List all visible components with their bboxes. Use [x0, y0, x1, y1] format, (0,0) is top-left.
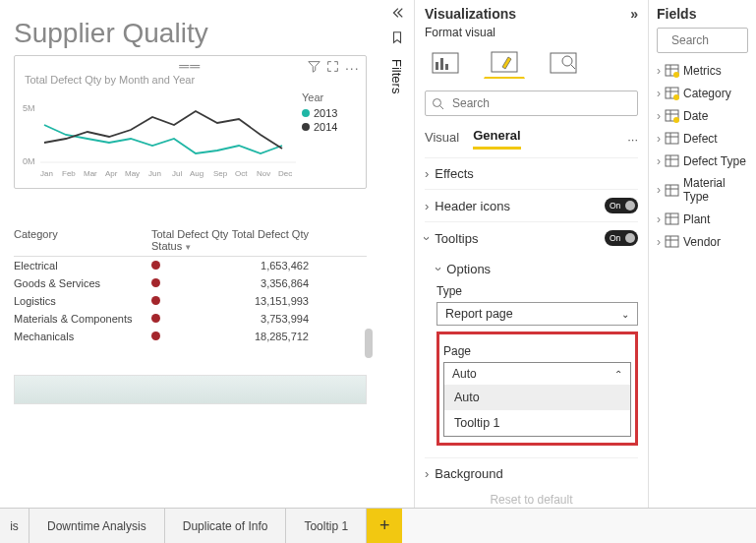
sheet-tab-truncated[interactable]: is	[0, 509, 29, 543]
header-icons-toggle[interactable]	[605, 198, 638, 213]
cell-category: Mechanicals	[14, 331, 151, 342]
svg-text:Jul: Jul	[172, 169, 182, 178]
sheet-tab-tooltip1[interactable]: Tooltip 1	[286, 509, 367, 543]
table-icon	[665, 183, 679, 198]
chevron-right-icon: ›	[657, 109, 661, 123]
sheet-tab-downtime[interactable]: Downtime Analysis	[29, 509, 165, 543]
svg-line-24	[439, 105, 443, 109]
field-table-label: Date	[683, 109, 708, 123]
field-table-plant[interactable]: › Plant	[657, 208, 748, 230]
table-row[interactable]: Electrical 1,653,462	[14, 257, 367, 274]
type-label: Type	[436, 284, 638, 298]
category-table[interactable]: Category Total Defect Qty Status▼ Total …	[14, 228, 367, 345]
section-header-icons[interactable]: ›Header icons	[425, 189, 638, 221]
page-option-tooltip1[interactable]: Tooltip 1	[444, 410, 630, 436]
section-effects[interactable]: ›Effects	[425, 157, 638, 189]
svg-rect-42	[666, 155, 678, 166]
fields-search-input[interactable]	[669, 32, 756, 48]
field-table-vendor[interactable]: › Vendor	[657, 230, 748, 253]
type-select[interactable]: Report page ⌄	[436, 302, 638, 326]
reset-to-default[interactable]: Reset to default	[425, 493, 638, 507]
cell-category: Materials & Components	[14, 313, 151, 325]
field-table-metrics[interactable]: › Metrics	[657, 59, 748, 82]
svg-text:Sep: Sep	[213, 169, 228, 178]
field-table-label: Category	[683, 87, 731, 100]
map-visual[interactable]	[14, 375, 367, 404]
chevron-right-icon: ›	[657, 87, 661, 100]
chevron-right-icon: ›	[657, 183, 661, 197]
collapse-filters-icon[interactable]	[390, 6, 404, 23]
cell-status	[151, 260, 230, 272]
highlighted-page-dropdown: Page Auto ⌃ Auto Tooltip 1	[436, 332, 638, 446]
cell-category: Goods & Services	[14, 277, 151, 289]
table-icon	[665, 63, 679, 78]
page-select[interactable]: Auto ⌃ Auto Tooltip 1	[443, 362, 631, 437]
add-sheet-button[interactable]: +	[367, 509, 402, 543]
fields-search[interactable]	[657, 28, 748, 53]
column-header-category[interactable]: Category	[14, 228, 151, 252]
svg-text:5M: 5M	[23, 103, 35, 113]
field-table-material-type[interactable]: › Material Type	[657, 172, 748, 208]
field-table-label: Defect	[683, 132, 718, 146]
svg-rect-39	[666, 133, 678, 144]
field-table-date[interactable]: › Date	[657, 104, 748, 127]
table-row[interactable]: Materials & Components 3,753,994	[14, 310, 367, 328]
build-visual-icon[interactable]	[425, 47, 466, 79]
chevron-right-icon: ›	[657, 235, 661, 249]
section-tooltips[interactable]: ›Tooltips	[425, 221, 638, 254]
cell-qty: 3,356,864	[230, 277, 309, 289]
analytics-icon[interactable]	[543, 47, 584, 79]
svg-text:Jun: Jun	[148, 169, 161, 178]
table-scrollbar[interactable]	[365, 329, 373, 358]
svg-rect-16	[436, 62, 438, 70]
section-background[interactable]: ›Background	[425, 457, 638, 489]
focus-mode-icon[interactable]	[326, 60, 339, 76]
chevron-down-icon: ›	[432, 267, 446, 271]
more-options-icon[interactable]: ···	[345, 60, 360, 76]
sheet-tab-duplicate[interactable]: Duplicate of Info	[165, 509, 287, 543]
cell-status	[151, 295, 230, 307]
column-header-status[interactable]: Total Defect Qty Status▼	[151, 228, 230, 252]
table-row[interactable]: Logistics 13,151,993	[14, 292, 367, 310]
svg-text:Dec: Dec	[278, 169, 292, 178]
section-options[interactable]: ›Options	[425, 258, 638, 278]
format-search[interactable]	[425, 90, 638, 116]
svg-rect-48	[666, 213, 678, 224]
table-row[interactable]: Goods & Services 3,356,864	[14, 274, 367, 292]
filter-icon[interactable]	[308, 60, 320, 76]
field-table-category[interactable]: › Category	[657, 82, 748, 104]
expand-visualizations-icon[interactable]: »	[630, 6, 638, 22]
format-visual-icon[interactable]	[484, 47, 525, 79]
column-header-qty[interactable]: Total Defect Qty	[230, 228, 309, 252]
field-table-defect-type[interactable]: › Defect Type	[657, 150, 748, 172]
tab-more-icon[interactable]: ···	[627, 132, 638, 147]
table-icon	[665, 131, 679, 146]
tab-general[interactable]: General	[473, 128, 520, 150]
chevron-up-icon: ⌃	[614, 369, 622, 380]
chevron-right-icon: ›	[657, 212, 661, 226]
page-option-auto[interactable]: Auto	[444, 385, 630, 410]
field-table-defect[interactable]: › Defect	[657, 127, 748, 150]
line-chart-visual[interactable]: ══ ··· Total Defect Qty by Month and Yea…	[14, 55, 367, 189]
cell-qty: 3,753,994	[230, 313, 309, 325]
chart-plot-area[interactable]: 5M 0M JanFebMar AprMayJun JulAugSep OctN…	[23, 91, 298, 180]
format-search-input[interactable]	[450, 95, 631, 111]
tooltips-toggle[interactable]	[605, 230, 638, 246]
table-row[interactable]: Mechanicals 18,285,712	[14, 328, 367, 345]
svg-text:Mar: Mar	[84, 169, 97, 178]
bookmark-icon[interactable]	[390, 30, 404, 47]
filters-pane-label[interactable]: Filters	[389, 59, 404, 93]
status-dot-icon	[151, 296, 160, 305]
table-icon	[665, 211, 679, 226]
svg-point-30	[673, 72, 679, 78]
visual-drag-handle[interactable]: ══	[179, 58, 201, 74]
status-dot-icon	[151, 278, 160, 287]
chevron-down-icon: ›	[420, 236, 435, 240]
visualizations-pane-title: Visualizations	[425, 6, 516, 22]
cell-qty: 13,151,993	[230, 295, 309, 307]
tab-visual[interactable]: Visual	[425, 130, 459, 149]
svg-line-22	[571, 65, 575, 69]
svg-text:Nov: Nov	[257, 169, 270, 178]
field-table-label: Plant	[683, 212, 710, 226]
status-dot-icon	[151, 314, 160, 323]
